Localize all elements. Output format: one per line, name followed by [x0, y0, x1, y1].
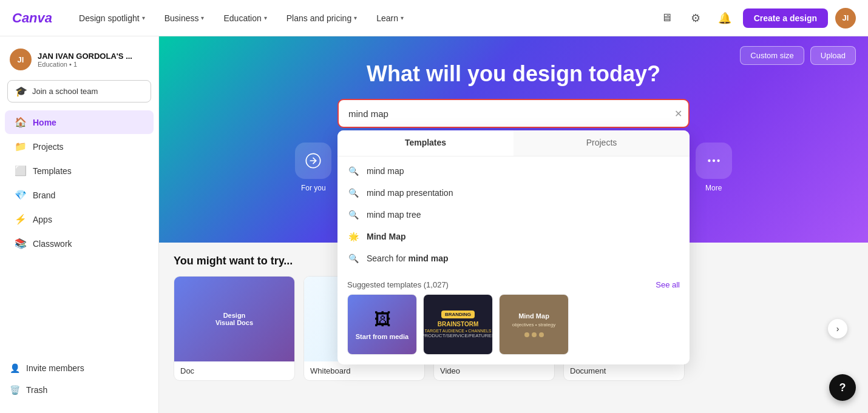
nav-learn[interactable]: Learn ▾	[368, 10, 412, 27]
svg-point-11	[717, 159, 719, 162]
create-design-button[interactable]: Create a design	[743, 8, 828, 28]
sidebar-nav: 🏠 Home 📁 Projects ⬜ Templates 💎 Brand ⚡ …	[0, 110, 158, 352]
quick-action-more[interactable]: More	[696, 143, 732, 192]
template-thumb-mind-map[interactable]: Mind Map objectives • strategy	[499, 294, 569, 355]
sidebar-item-label: Brand	[33, 190, 55, 200]
template-thumb-start-from-media[interactable]: 🖼 Start from media	[347, 294, 417, 355]
for-you-label: For you	[301, 184, 326, 192]
logo[interactable]: Canva	[12, 10, 52, 26]
media-icon: 🖼	[374, 309, 391, 329]
help-button[interactable]: ?	[829, 374, 856, 401]
cards-next-arrow[interactable]: ›	[828, 319, 847, 338]
sidebar-item-label: Home	[33, 118, 56, 127]
logo-text: Canva	[12, 10, 52, 26]
sidebar-item-trash[interactable]: 🗑️ Trash	[5, 379, 154, 401]
sidebar-user-name: JAN IVAN GORDOLA'S ...	[38, 52, 149, 61]
hero-title: What will you design today?	[367, 61, 660, 87]
sidebar-item-label: Apps	[33, 215, 52, 224]
search-icon: 🔍	[347, 166, 359, 176]
nav-right: 🖥 ⚙ 🔔 Create a design JI	[656, 7, 856, 29]
bell-icon[interactable]: 🔔	[714, 7, 736, 29]
nav-links: Design spotlight ▾ Business ▾ Education …	[70, 10, 637, 27]
suggestion-text: Search for mind map	[367, 254, 449, 263]
app-icon: 🌟	[347, 232, 359, 241]
sidebar-user-info: JAN IVAN GORDOLA'S ... Education • 1	[38, 52, 149, 68]
template-thumb-brainstorm[interactable]: BRANDING BRAINSTORM TARGET AUDIENCE • CH…	[423, 294, 493, 355]
suggestion-mind-map-tree[interactable]: 🔍 mind map tree	[337, 204, 690, 226]
sidebar-avatar[interactable]: JI	[10, 49, 32, 70]
nav-design-spotlight[interactable]: Design spotlight ▾	[70, 10, 154, 27]
search-icon: 🔍	[347, 254, 359, 263]
tab-templates[interactable]: Templates	[337, 130, 514, 156]
sidebar-item-label: Templates	[33, 166, 72, 176]
hero-top-right-actions: Custom size Upload	[740, 46, 856, 65]
clear-search-icon[interactable]: ✕	[674, 108, 682, 119]
sidebar-item-classwork[interactable]: 📚 Classwork	[5, 232, 154, 255]
chevron-down-icon: ▾	[264, 15, 267, 21]
sidebar: JI JAN IVAN GORDOLA'S ... Education • 1 …	[0, 36, 159, 413]
sidebar-item-projects[interactable]: 📁 Projects	[5, 135, 154, 158]
nav-business[interactable]: Business ▾	[156, 10, 213, 27]
graduation-icon: 🎓	[15, 86, 27, 97]
trash-label: Trash	[26, 385, 47, 395]
book-icon: 📚	[15, 238, 27, 249]
suggestion-mind-map-app[interactable]: 🌟 Mind Map	[337, 226, 690, 247]
sidebar-bottom: 👤 Invite members 🗑️ Trash	[0, 352, 158, 406]
search-input[interactable]	[337, 99, 690, 128]
search-icon: 🔍	[347, 210, 359, 220]
sidebar-user-sub: Education • 1	[38, 61, 149, 68]
user-avatar[interactable]: JI	[835, 8, 856, 29]
tab-projects[interactable]: Projects	[514, 130, 690, 156]
trash-icon: 🗑️	[10, 385, 20, 395]
suggested-templates-label: Suggested templates (1,027)	[347, 280, 449, 289]
nav-education[interactable]: Education ▾	[215, 10, 275, 27]
more-label: More	[705, 184, 722, 192]
sidebar-item-label: Classwork	[33, 239, 72, 249]
mindmap-thumb-label: Mind Map	[518, 312, 549, 320]
suggested-templates-header: Suggested templates (1,027) See all	[337, 273, 690, 294]
join-school-team-button[interactable]: 🎓 Join a school team	[7, 80, 151, 102]
more-icon	[696, 143, 732, 179]
chevron-down-icon: ▾	[201, 15, 204, 21]
suggestion-text: mind map tree	[367, 210, 421, 220]
nav-plans-pricing[interactable]: Plans and pricing ▾	[278, 10, 365, 27]
suggestion-text: mind map presentation	[367, 188, 453, 198]
content-area: Custom size Upload What will you design …	[159, 36, 868, 413]
upload-button[interactable]: Upload	[810, 46, 856, 65]
person-add-icon: 👤	[10, 363, 20, 373]
chevron-down-icon: ▾	[142, 15, 145, 21]
template-icon: ⬜	[15, 165, 27, 176]
thumb-label: Start from media	[356, 333, 409, 340]
sidebar-item-home[interactable]: 🏠 Home	[5, 110, 154, 134]
invite-members-label: Invite members	[26, 363, 84, 373]
custom-size-button[interactable]: Custom size	[740, 46, 804, 65]
sidebar-item-brand[interactable]: 💎 Brand	[5, 183, 154, 207]
suggestion-mind-map-presentation[interactable]: 🔍 mind map presentation	[337, 182, 690, 204]
suggestion-mind-map[interactable]: 🔍 mind map	[337, 160, 690, 182]
sidebar-item-invite[interactable]: 👤 Invite members	[5, 357, 154, 379]
design-card-doc[interactable]: DesignVisual Docs Doc	[174, 276, 295, 381]
search-tabs: Templates Projects	[337, 130, 690, 156]
apps-icon: ⚡	[15, 213, 27, 225]
quick-action-for-you[interactable]: For you	[295, 143, 331, 192]
top-navigation: Canva Design spotlight ▾ Business ▾ Educ…	[0, 0, 868, 36]
for-you-icon	[295, 143, 331, 179]
chevron-down-icon: ▾	[401, 15, 404, 21]
search-dropdown: Templates Projects 🔍 mind map 🔍 mind map…	[337, 130, 690, 364]
search-suggestions: 🔍 mind map 🔍 mind map presentation 🔍 min…	[337, 156, 690, 273]
settings-icon[interactable]: ⚙	[685, 7, 707, 29]
sidebar-item-apps[interactable]: ⚡ Apps	[5, 207, 154, 231]
svg-point-10	[713, 159, 715, 162]
doc-thumbnail: DesignVisual Docs	[174, 277, 294, 361]
hero-banner: Custom size Upload What will you design …	[159, 36, 868, 243]
suggestion-search-for-mind-map[interactable]: 🔍 Search for mind map	[337, 247, 690, 269]
doc-label: Doc	[174, 361, 294, 380]
suggestion-text: mind map	[367, 166, 404, 176]
sidebar-item-templates[interactable]: ⬜ Templates	[5, 159, 154, 183]
sidebar-user-section: JI JAN IVAN GORDOLA'S ... Education • 1	[0, 44, 158, 80]
join-school-team-label: Join a school team	[32, 87, 98, 96]
monitor-icon[interactable]: 🖥	[656, 7, 677, 29]
chevron-down-icon: ▾	[354, 15, 357, 21]
see-all-link[interactable]: See all	[656, 280, 680, 289]
folder-icon: 📁	[15, 141, 27, 152]
